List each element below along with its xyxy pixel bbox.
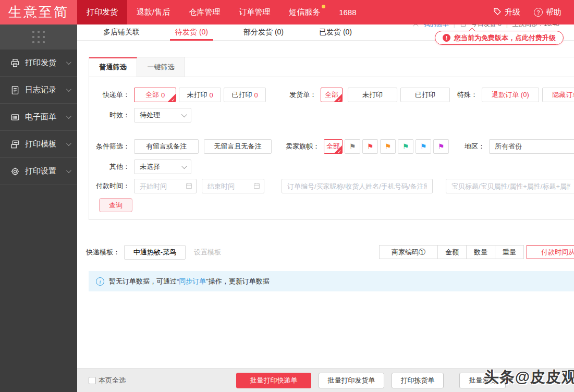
filter-row-other: 其他： 未选择	[89, 160, 574, 174]
ship-unprinted-button[interactable]: 未打印	[348, 88, 397, 102]
flag-red-button[interactable]: ⚑	[362, 139, 378, 154]
nav-orders[interactable]: 订单管理	[229, 0, 279, 24]
flag-icon: ⚑	[438, 142, 445, 151]
flag-all-button[interactable]: 全部	[324, 139, 343, 154]
gear-icon	[10, 167, 20, 176]
sort-weight-button[interactable]: 重量	[495, 245, 524, 259]
other-select[interactable]: 未选择	[134, 160, 191, 174]
printer-icon	[10, 58, 20, 68]
app-logo: 生意至简	[0, 0, 77, 24]
sidebar-item-ewaybill[interactable]: 电子面单	[0, 104, 77, 131]
express-unprinted-button[interactable]: 未打印0	[179, 88, 221, 102]
sync-orders-link[interactable]: 同步订单	[179, 277, 206, 285]
batch-print-ship-button[interactable]: 批量打印发货单	[319, 373, 384, 388]
chevron-down-icon	[66, 168, 71, 173]
upgrade-button[interactable]: 升级	[493, 7, 520, 17]
tab-pending-ship[interactable]: 待发货 (0)	[170, 24, 213, 40]
express-printed-button[interactable]: 已打印0	[224, 88, 266, 102]
end-date-field[interactable]	[202, 179, 264, 193]
select-all-checkbox[interactable]	[89, 377, 96, 384]
sidebar-item-logs[interactable]: 日志记录	[0, 77, 77, 104]
set-template-link[interactable]: 设置模板	[194, 248, 221, 257]
chevron-down-icon	[66, 87, 71, 92]
flag-purple-button[interactable]: ⚑	[433, 139, 449, 154]
sort-payment-time-button[interactable]: 付款时间从近到远	[527, 245, 574, 259]
nav-warehouse[interactable]: 仓库管理	[179, 0, 229, 24]
sidebar-drag-handle[interactable]	[0, 24, 77, 50]
filter-row-timeliness: 时效： 待处理	[89, 108, 574, 123]
express-all-button[interactable]: 全部0	[134, 88, 176, 102]
info-icon: i	[96, 277, 104, 286]
region-input[interactable]	[489, 139, 574, 154]
flag-icon: ⚑	[420, 142, 427, 151]
top-nav: 打印发货 退款/售后 仓库管理 订单管理 短信服务 1688	[77, 0, 366, 24]
filter-row-payment-time: 付款时间：	[89, 179, 574, 193]
upgrade-notice-bubble[interactable]: ! 您当前为免费版本，点此付费升级	[435, 31, 564, 45]
tab-normal-filter[interactable]: 普通筛选	[89, 57, 137, 77]
ship-printed-button[interactable]: 已打印	[400, 88, 450, 102]
batch-ship-button[interactable]: 批量发货	[459, 373, 506, 388]
filter-row-query: 查询	[89, 198, 574, 212]
filter-row-condition: 条件筛选： 有留言或备注 无留言且无备注 卖家旗帜： 全部 ⚑ ⚑ ⚑ ⚑ ⚑ …	[89, 139, 574, 154]
sidebar-item-print-ship[interactable]: 打印发货	[0, 50, 77, 77]
flag-icon: ⚑	[349, 142, 356, 151]
sort-merchant-code-button[interactable]: 商家编码①	[379, 245, 438, 259]
flag-icon: ⚑	[385, 142, 392, 151]
template-row: 快递模板： 中通热敏-菜鸟 设置模板 商家编码① 金额 数量 重量 付款时间从近…	[77, 245, 574, 260]
chevron-down-icon	[181, 163, 187, 169]
sidebar-item-print-settings[interactable]: 打印设置	[0, 158, 77, 185]
hidden-orders-button[interactable]: 隐藏订单 (0)	[542, 88, 574, 102]
flag-icon: ⚑	[367, 142, 374, 151]
sms-badge-dot	[322, 5, 325, 8]
main-content: 多店铺关联 待发货 (0) 部分发货 (0) 已发货 (0) 我的面单 | 今日…	[77, 24, 574, 392]
filter-row-express: 快递单： 全部0 未打印0 已打印0 发货单： 全部 未打印 已打印 特殊： 退…	[89, 88, 574, 102]
sort-quantity-button[interactable]: 数量	[466, 245, 495, 259]
sort-amount-button[interactable]: 金额	[437, 245, 467, 259]
nav-refund[interactable]: 退款/售后	[127, 0, 179, 24]
tab-multi-shop[interactable]: 多店铺关联	[98, 24, 145, 40]
flag-gray-button[interactable]: ⚑	[345, 139, 360, 154]
chevron-down-icon	[66, 59, 71, 65]
nav-sms[interactable]: 短信服务	[279, 0, 329, 24]
log-icon	[10, 85, 20, 95]
item-search-input[interactable]	[446, 179, 574, 193]
template-icon	[10, 140, 20, 149]
filter-panel: 普通筛选 一键筛选 快递单： 全部0 未打印0 已打印0 发货单： 全部 未打印…	[89, 57, 574, 220]
refund-orders-button[interactable]: 退款订单 (0)	[482, 88, 539, 102]
start-date-field[interactable]	[134, 179, 197, 193]
print-pick-list-button[interactable]: 打印拣货单	[392, 373, 444, 388]
order-search-input[interactable]	[282, 179, 433, 193]
app-window: 生意至简 打印发货 退款/售后 仓库管理 订单管理 短信服务 1688 升级 ?…	[0, 0, 574, 392]
batch-print-express-button[interactable]: 批量打印快递单	[236, 373, 311, 388]
flag-green-button[interactable]: ⚑	[398, 139, 413, 154]
waybill-icon	[10, 113, 20, 122]
chevron-down-icon	[66, 141, 71, 146]
chevron-down-icon	[66, 114, 71, 119]
exclamation-icon: !	[443, 34, 450, 42]
batch-buttons: 批量打印快递单 批量打印发货单 打印拣货单 批量发货	[236, 373, 506, 388]
tab-shipped[interactable]: 已发货 (0)	[314, 24, 357, 40]
express-template-button[interactable]: 中通热敏-菜鸟	[124, 245, 186, 260]
flag-blue-button[interactable]: ⚑	[416, 139, 431, 154]
query-button[interactable]: 查询	[99, 198, 132, 212]
ship-all-button[interactable]: 全部	[321, 88, 343, 102]
sort-button-group: 商家编码① 金额 数量 重量 付款时间从近到远	[379, 245, 574, 259]
nav-1688[interactable]: 1688	[329, 0, 365, 24]
timeliness-select[interactable]: 待处理	[134, 108, 191, 123]
empty-orders-info-bar: i 暂无订单数据，可通过“同步订单”操作，更新订单数据	[89, 271, 574, 291]
flag-icon: ⚑	[402, 142, 409, 151]
no-message-button[interactable]: 无留言且无备注	[204, 139, 272, 154]
tab-quick-filter[interactable]: 一键筛选	[137, 57, 185, 77]
question-icon: ?	[534, 8, 543, 17]
calendar-icon	[253, 182, 260, 191]
has-message-button[interactable]: 有留言或备注	[134, 139, 199, 154]
sidebar-item-templates[interactable]: 打印模板	[0, 131, 77, 158]
tab-partial-ship[interactable]: 部分发货 (0)	[238, 24, 289, 40]
flag-orange-button[interactable]: ⚑	[380, 139, 396, 154]
sidebar: 打印发货 日志记录 电子面单 打印模板 打印设置	[0, 24, 77, 392]
top-nav-bar: 生意至简 打印发货 退款/售后 仓库管理 订单管理 短信服务 1688 升级 ?…	[0, 0, 574, 24]
help-button[interactable]: ? 帮助	[534, 7, 561, 17]
nav-print-ship[interactable]: 打印发货	[77, 0, 127, 24]
calendar-icon	[186, 182, 192, 191]
select-all-label: 本页全选	[99, 376, 126, 385]
